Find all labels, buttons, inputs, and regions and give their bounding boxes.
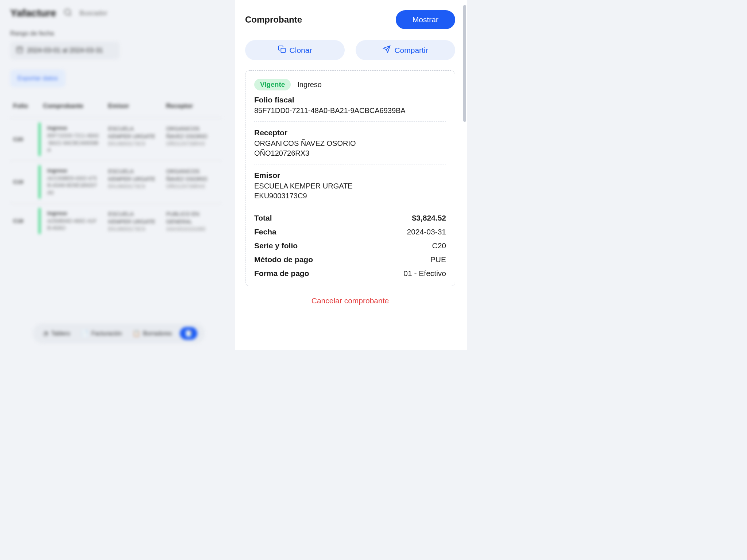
serie-label: Serie y folio — [254, 241, 298, 250]
tab-active[interactable]: 📑 — [180, 327, 197, 340]
share-button[interactable]: Compartir — [356, 40, 455, 60]
row-uuid: 85F71DD0-7211-48A0-BA21-9ACBCA6939BA — [47, 132, 100, 154]
receptor-rfc: OÑO120726RX3 — [254, 149, 446, 158]
serie-value: C20 — [432, 241, 446, 250]
fecha-label: Fecha — [254, 228, 276, 236]
show-button[interactable]: Mostrar — [396, 10, 455, 29]
tab-facturacion[interactable]: 📄 Facturación — [78, 328, 125, 339]
row-emisor-name: ESCUELA KEMPER URGATE — [108, 125, 157, 140]
emisor-rfc: EKU9003173C9 — [254, 192, 446, 200]
row-type: Ingreso — [47, 167, 100, 174]
total-value: $3,824.52 — [412, 214, 446, 222]
metodo-pago-value: PUE — [430, 255, 446, 264]
receptor-name: ORGANICOS ÑAVEZ OSORIO — [254, 139, 446, 148]
row-type: Ingreso — [47, 210, 100, 216]
row-folio: C20 — [13, 125, 34, 154]
metodo-pago-label: Método de pago — [254, 255, 313, 264]
table-row[interactable]: C18 Ingreso A250B94D-460C-41FB-A0A2- ESC… — [10, 203, 222, 238]
svg-line-1 — [70, 14, 71, 16]
dashboard-icon: ◔ — [43, 330, 48, 337]
row-emisor-rfc: EKU9003173C9 — [108, 226, 157, 232]
cancel-comprobante-link[interactable]: Cancelar comprobante — [245, 296, 455, 305]
emisor-name: ESCUELA KEMPER URGATE — [254, 182, 446, 190]
col-emisor: Emisor — [108, 102, 157, 110]
drafts-icon: 📋 — [133, 330, 140, 337]
svg-point-0 — [65, 9, 70, 15]
row-uuid: A250B94D-460C-41FB-A0A2- — [47, 218, 100, 232]
row-receptor-name: PUBLICO EN GENERAL — [166, 210, 219, 225]
copy-icon — [278, 45, 286, 55]
detail-panel: Comprobante Mostrar Clonar Compartir Vig… — [235, 0, 467, 350]
row-receptor-name: ORGANICOS ÑAVEZ OSORIO — [166, 125, 219, 140]
detail-card: Vigente Ingreso Folio fiscal 85F71DD0-72… — [245, 70, 455, 286]
divider — [254, 207, 446, 207]
divider — [254, 121, 446, 122]
folio-fiscal-label: Folio fiscal — [254, 96, 446, 104]
table-header: Folio Comprobante Emisor Receptor — [10, 99, 222, 113]
table-row[interactable]: C20 Ingreso 85F71DD0-7211-48A0-BA21-9ACB… — [10, 118, 222, 160]
date-range-value: 2024-03-01 al 2024-03-31 — [27, 47, 103, 54]
row-receptor-rfc: XAXX010101000 — [166, 226, 219, 232]
row-folio: C19 — [13, 167, 34, 197]
app-logo: Yafacture — [10, 7, 56, 19]
forma-pago-value: 01 - Efectivo — [403, 269, 446, 278]
svg-rect-2 — [17, 47, 23, 52]
clone-label: Clonar — [290, 46, 312, 55]
export-data-button[interactable]: Exportar datos — [10, 70, 65, 87]
calendar-icon — [16, 46, 23, 55]
search-input[interactable] — [80, 9, 222, 17]
row-emisor-name: ESCUELA KEMPER URGATE — [108, 167, 157, 183]
forma-pago-label: Forma de pago — [254, 269, 309, 278]
row-emisor-rfc: EKU9003173C9 — [108, 183, 157, 189]
row-receptor-rfc: OÑO120726RX3 — [166, 141, 219, 147]
bottom-nav: ◔ Tablero 📄 Facturación 📋 Borradores 📑 — [33, 323, 205, 343]
row-receptor-rfc: OÑO120726RX3 — [166, 183, 219, 189]
tab-borradores[interactable]: 📋 Borradores — [130, 328, 175, 339]
send-icon — [383, 45, 391, 55]
col-comprobante: Comprobante — [43, 102, 99, 110]
folio-fiscal-value: 85F71DD0-7211-48A0-BA21-9ACBCA6939BA — [254, 106, 446, 115]
active-tab-icon: 📑 — [185, 330, 192, 337]
date-range-label: Rango de fecha — [10, 30, 222, 37]
date-range-field[interactable]: 2024-03-01 al 2024-03-31 — [10, 42, 120, 59]
receptor-label: Receptor — [254, 128, 446, 137]
row-emisor-rfc: EKU9003173C9 — [108, 141, 157, 147]
search-icon — [63, 8, 72, 18]
col-folio: Folio — [13, 102, 34, 110]
emisor-label: Emisor — [254, 171, 446, 180]
col-receptor: Receptor — [166, 102, 219, 110]
tab-tablero[interactable]: ◔ Tablero — [40, 328, 73, 339]
row-emisor-name: ESCUELA KEMPER URGATE — [108, 210, 157, 225]
row-type: Ingreso — [47, 125, 100, 131]
row-uuid: ACC83BE8-4302-475B-A5A6-8D5E1B9207A0 — [47, 175, 100, 197]
scrollbar[interactable] — [463, 5, 466, 122]
row-receptor-name: ORGANICOS ÑAVEZ OSORIO — [166, 167, 219, 183]
divider — [254, 164, 446, 164]
total-label: Total — [254, 214, 272, 222]
clone-button[interactable]: Clonar — [245, 40, 345, 60]
panel-title: Comprobante — [245, 15, 302, 25]
table-row[interactable]: C19 Ingreso ACC83BE8-4302-475B-A5A6-8D5E… — [10, 160, 222, 203]
doc-type: Ingreso — [297, 81, 322, 89]
svg-rect-6 — [281, 48, 285, 52]
status-badge: Vigente — [254, 79, 291, 90]
background-content: Yafacture Rango de fecha 2024-03-01 al 2… — [0, 0, 232, 350]
invoice-icon: 📄 — [81, 330, 88, 337]
fecha-value: 2024-03-31 — [407, 228, 446, 236]
row-folio: C18 — [13, 210, 34, 232]
share-label: Compartir — [394, 46, 428, 55]
